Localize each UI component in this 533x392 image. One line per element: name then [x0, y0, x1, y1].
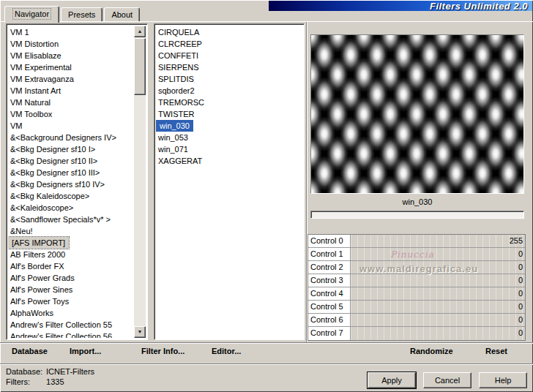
control-row: Control 1 0	[308, 248, 525, 261]
category-item[interactable]: VM Toolbox	[8, 108, 134, 120]
tab-label: Presets	[68, 10, 95, 19]
tab-strip: Navigator Presets About	[4, 6, 141, 21]
scrollbar-thumb[interactable]	[134, 38, 146, 95]
control-value: 0	[518, 248, 523, 260]
filter-info-button[interactable]: Filter Info...	[141, 347, 184, 355]
control-slider-track[interactable]: 0	[351, 314, 525, 326]
filters-status-label: Filters:	[6, 377, 44, 386]
control-label: Control 2	[308, 261, 351, 274]
control-label: Control 4	[308, 287, 351, 300]
category-item[interactable]: Andrew's Filter Collection 56	[8, 331, 134, 338]
control-label: Control 6	[308, 314, 351, 326]
category-item[interactable]: Andrew's Filter Collection 55	[8, 319, 134, 331]
control-row: Control 6 0	[308, 314, 525, 327]
control-label: Control 1	[308, 248, 351, 260]
control-slider-track[interactable]: 0	[351, 327, 525, 340]
control-label: Control 5	[308, 301, 351, 313]
category-item[interactable]: Alf's Power Toys	[8, 295, 134, 307]
control-slider-track[interactable]: 0	[351, 274, 525, 287]
tab-page-edge	[0, 21, 533, 22]
category-item[interactable]: &<Bkg Designer sf10 III>	[8, 167, 134, 178]
apply-button[interactable]: Apply	[368, 372, 416, 388]
control-value: 0	[518, 301, 523, 313]
category-item[interactable]: AB Filters 2000	[8, 249, 134, 260]
filter-item[interactable]: CLRCREEP	[156, 38, 302, 50]
category-item[interactable]: &<Sandflower Specials*v* >	[8, 214, 134, 225]
category-item[interactable]: Alf's Border FX	[8, 260, 134, 272]
control-slider-track[interactable]: 0	[351, 261, 525, 274]
filter-item[interactable]: win_071	[156, 143, 302, 155]
category-item[interactable]: VM Distortion	[8, 38, 134, 50]
filters-unlimited-dialog: Filters Unlimited 2.0 Navigator Presets …	[0, 0, 533, 392]
category-item[interactable]: &<Kaleidoscope>	[8, 202, 134, 214]
filter-item[interactable]: CIRQUELA	[156, 26, 302, 38]
control-row: Control 2 0	[308, 261, 525, 274]
category-item[interactable]: &<Bkg Designers sf10 IV>	[8, 178, 134, 190]
category-scrollbar[interactable]: ▲ ▼	[134, 26, 146, 338]
reset-button[interactable]: Reset	[485, 347, 507, 355]
filter-item[interactable]: sqborder2	[156, 85, 302, 97]
category-item[interactable]: VM Experimental	[8, 61, 134, 73]
database-status-value: ICNET-Filters	[46, 367, 94, 376]
tab[interactable]: Navigator	[4, 6, 59, 23]
filter-item[interactable]: win_053	[156, 132, 302, 143]
category-item[interactable]: VM Natural	[8, 97, 134, 108]
category-item[interactable]: [AFS IMPORT]	[8, 237, 69, 249]
window-title: Filters Unlimited 2.0	[430, 1, 528, 12]
database-button[interactable]: Database	[12, 347, 48, 355]
category-item[interactable]: Alf's Power Sines	[8, 284, 134, 295]
control-slider-track[interactable]: 255	[351, 235, 525, 247]
filter-item[interactable]: XAGGERAT	[156, 155, 302, 167]
category-item[interactable]: VM 1	[8, 26, 134, 38]
randomize-button[interactable]: Randomize	[410, 347, 453, 355]
control-slider-track[interactable]: 0	[351, 287, 525, 300]
filter-item[interactable]: TWISTER	[156, 108, 302, 120]
category-item[interactable]: VM	[8, 120, 134, 132]
control-slider-track[interactable]: 0	[351, 301, 525, 313]
database-status: Database: ICNET-Filters	[6, 367, 94, 376]
help-button[interactable]: Help	[479, 372, 527, 388]
category-item[interactable]: &<Bkg Designer sf10 II>	[8, 155, 134, 167]
category-item[interactable]: VM Elisablaze	[8, 50, 134, 61]
control-row: Control 7 0	[308, 327, 525, 340]
category-item[interactable]: Alf's Power Grads	[8, 272, 134, 284]
tab-label: About	[111, 10, 133, 19]
horizontal-separator-bottom	[0, 363, 533, 365]
category-item[interactable]: &<Background Designers IV>	[8, 132, 134, 143]
tab-label: Navigator	[13, 9, 51, 19]
filter-item[interactable]: SIERPENS	[156, 61, 302, 73]
control-value: 0	[518, 274, 523, 287]
filter-item[interactable]: win_030	[156, 120, 193, 132]
control-value: 0	[518, 261, 523, 274]
filters-status: Filters: 1335	[6, 377, 64, 386]
category-item[interactable]: &<Bkg Kaleidoscope>	[8, 190, 134, 202]
control-label: Control 3	[308, 274, 351, 287]
control-row: Control 5 0	[308, 301, 525, 314]
filters-status-value: 1335	[46, 377, 64, 386]
filter-item[interactable]: SPLITDIS	[156, 73, 302, 85]
tab[interactable]: About	[104, 7, 140, 21]
database-status-label: Database:	[6, 367, 44, 376]
filter-item[interactable]: CONFFETI	[156, 50, 302, 61]
filter-item[interactable]: TREMORSC	[156, 97, 302, 108]
control-value: 255	[510, 235, 523, 247]
category-item[interactable]: VM Extravaganza	[8, 73, 134, 85]
tab[interactable]: Presets	[61, 7, 102, 21]
title-bar[interactable]: Filters Unlimited 2.0	[269, 1, 532, 11]
category-list[interactable]: VM 1VM DistortionVM ElisablazeVM Experim…	[6, 23, 148, 340]
control-label: Control 7	[308, 327, 351, 340]
editor-button[interactable]: Editor...	[212, 347, 241, 355]
control-row: Control 3 0	[308, 274, 525, 287]
cancel-button[interactable]: Cancel	[423, 372, 471, 388]
category-item[interactable]: &Neu!	[8, 225, 134, 237]
preview-image[interactable]	[310, 34, 524, 194]
filter-list[interactable]: CIRQUELACLRCREEPCONFFETISIERPENSSPLITDIS…	[154, 23, 305, 340]
category-item[interactable]: AlphaWorks	[8, 307, 134, 319]
control-value: 0	[518, 327, 523, 339]
scroll-down-icon[interactable]: ▼	[134, 326, 146, 338]
category-item[interactable]: VM Instant Art	[8, 85, 134, 97]
control-slider-track[interactable]: 0	[351, 248, 525, 260]
import-button[interactable]: Import...	[70, 347, 101, 355]
scroll-up-icon[interactable]: ▲	[134, 26, 146, 37]
category-item[interactable]: &<Bkg Designer sf10 I>	[8, 143, 134, 155]
